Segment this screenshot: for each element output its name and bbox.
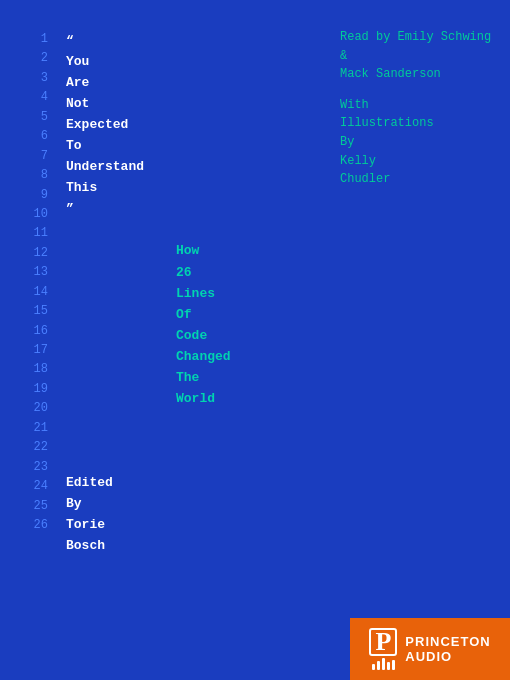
- line-number: 1: [20, 30, 48, 49]
- code-line-text: The: [66, 370, 199, 385]
- line-number: 20: [20, 399, 48, 418]
- code-line-text: Of: [66, 307, 192, 322]
- code-line-text: To: [66, 138, 82, 153]
- code-line: By: [66, 493, 490, 514]
- line-number: 15: [20, 302, 48, 321]
- code-line: [66, 409, 490, 430]
- princeton-text: PRINCETON AUDIO: [405, 634, 490, 664]
- book-cover: 1234567891011121314151617181920212223242…: [0, 0, 510, 680]
- bar5: [392, 660, 395, 670]
- code-line-text: You: [66, 54, 89, 69]
- code-line: 26: [66, 262, 490, 283]
- logo-bars: [372, 658, 395, 670]
- audio-label: AUDIO: [405, 649, 490, 664]
- code-line-text: Lines: [66, 286, 215, 301]
- read-by-section: Read by Emily Schwing & Mack Sanderson: [340, 28, 500, 84]
- code-line: Torie: [66, 514, 490, 535]
- code-line-text: World: [66, 391, 215, 406]
- code-line-text: Code: [66, 328, 207, 343]
- line-number: 5: [20, 108, 48, 127]
- line-numbers: 1234567891011121314151617181920212223242…: [20, 30, 48, 660]
- line-number: 26: [20, 516, 48, 535]
- line-number: 18: [20, 360, 48, 379]
- code-line-text: Bosch: [66, 538, 105, 553]
- line-number: 16: [20, 322, 48, 341]
- code-line-text: ”: [66, 201, 74, 216]
- princeton-logo: P: [369, 628, 397, 670]
- line-number: 12: [20, 244, 48, 263]
- code-line-text: 26: [66, 265, 192, 280]
- code-line-text: Torie: [66, 517, 105, 532]
- bar2: [377, 661, 380, 670]
- code-line: [66, 219, 490, 240]
- code-line-text: Understand: [66, 159, 144, 174]
- line-number: 22: [20, 438, 48, 457]
- chudler-label: Chudler: [340, 172, 390, 186]
- code-line: Changed: [66, 346, 490, 367]
- line-number: 14: [20, 283, 48, 302]
- logo-p-letter: P: [369, 628, 397, 656]
- code-line: Code: [66, 325, 490, 346]
- line-number: 6: [20, 127, 48, 146]
- code-line: Bosch: [66, 535, 490, 556]
- illustrations-label: Illustrations: [340, 116, 434, 130]
- line-number: 23: [20, 458, 48, 477]
- line-number: 7: [20, 147, 48, 166]
- code-line-text: Edited: [66, 475, 113, 490]
- code-line: [66, 556, 490, 577]
- code-line-text: Are: [66, 75, 89, 90]
- code-line-text: How: [66, 243, 199, 258]
- princeton-audio-badge: P PRINCETON AUDIO: [350, 618, 510, 680]
- line-number: 4: [20, 88, 48, 107]
- line-number: 8: [20, 166, 48, 185]
- line-number: 3: [20, 69, 48, 88]
- code-line: How: [66, 240, 490, 261]
- bar3: [382, 658, 385, 670]
- code-line-text: By: [66, 496, 82, 511]
- line-number: 11: [20, 224, 48, 243]
- code-line: The: [66, 367, 490, 388]
- code-line: Of: [66, 304, 490, 325]
- line-number: 21: [20, 419, 48, 438]
- line-number: 2: [20, 49, 48, 68]
- line-number: 25: [20, 497, 48, 516]
- princeton-label: PRINCETON: [405, 634, 490, 649]
- code-line: ”: [66, 198, 490, 219]
- line-number: 19: [20, 380, 48, 399]
- line-number: 24: [20, 477, 48, 496]
- code-line-text: Not: [66, 96, 89, 111]
- code-line: [66, 430, 490, 451]
- line-number: 9: [20, 186, 48, 205]
- code-line-text: Changed: [66, 349, 231, 364]
- illustrations-section: With Illustrations By Kelly Chudler: [340, 96, 500, 189]
- code-line-text: Expected: [66, 117, 128, 132]
- line-number: 13: [20, 263, 48, 282]
- read-by-label: Read by Emily Schwing &: [340, 30, 491, 63]
- line-number: 10: [20, 205, 48, 224]
- read-by-label2: Mack Sanderson: [340, 67, 441, 81]
- with-label: With: [340, 98, 369, 112]
- code-line-text: This: [66, 180, 97, 195]
- code-line-text: “: [66, 33, 74, 48]
- code-line: World: [66, 388, 490, 409]
- bar1: [372, 664, 375, 670]
- code-line: [66, 451, 490, 472]
- line-number: 17: [20, 341, 48, 360]
- kelly-label: Kelly: [340, 154, 376, 168]
- code-line: Lines: [66, 283, 490, 304]
- code-line: Edited: [66, 472, 490, 493]
- bar4: [387, 662, 390, 670]
- by-label: By: [340, 135, 354, 149]
- right-info: Read by Emily Schwing & Mack Sanderson W…: [340, 28, 500, 201]
